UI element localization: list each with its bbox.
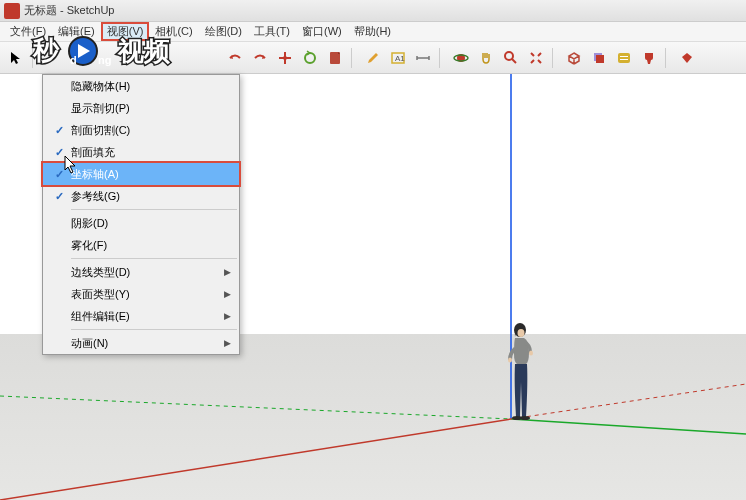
menu-draw[interactable]: 绘图(D) [199, 22, 248, 41]
svg-point-24 [520, 416, 530, 420]
menu-tools[interactable]: 工具(T) [248, 22, 296, 41]
dd-edge-style[interactable]: 边线类型(D)▶ [43, 261, 239, 283]
y-axis-neg [511, 384, 746, 419]
page-icon[interactable] [323, 46, 347, 70]
svg-point-0 [283, 56, 287, 60]
dd-section-cut[interactable]: ✓剖面切割(C) [43, 119, 239, 141]
orbit-icon[interactable] [449, 46, 473, 70]
dd-fog[interactable]: 雾化(F) [43, 234, 239, 256]
move-axis-icon[interactable] [273, 46, 297, 70]
redo-icon[interactable] [248, 46, 272, 70]
select-tool[interactable] [4, 46, 28, 70]
pencil-icon[interactable] [361, 46, 385, 70]
svg-rect-9 [596, 55, 604, 63]
app-icon [4, 3, 20, 19]
x-axis-neg [0, 396, 511, 419]
svg-text:A1: A1 [395, 54, 405, 63]
svg-point-1 [305, 53, 315, 63]
dd-component-edit[interactable]: 组件编辑(E)▶ [43, 305, 239, 327]
dd-animation[interactable]: 动画(N)▶ [43, 332, 239, 354]
undo-icon[interactable] [223, 46, 247, 70]
svg-text:秒: 秒 [32, 35, 60, 65]
y-axis-pos [0, 419, 511, 500]
component-icon[interactable] [612, 46, 636, 70]
svg-point-21 [529, 351, 533, 356]
layers-icon[interactable] [587, 46, 611, 70]
x-axis-pos [511, 419, 746, 434]
view-dropdown-menu: 隐藏物体(H) 显示剖切(P) ✓剖面切割(C) ✓剖面填充 ✓坐标轴(A) ✓… [42, 74, 240, 355]
window-title: 无标题 - SketchUp [24, 3, 114, 18]
dd-show-section[interactable]: 显示剖切(P) [43, 97, 239, 119]
dd-guides[interactable]: ✓参考线(G) [43, 185, 239, 207]
dimension-icon[interactable] [411, 46, 435, 70]
svg-text:视频: 视频 [117, 36, 171, 66]
watermark-logo: 秒 d ng 视频 [28, 33, 203, 72]
svg-rect-12 [620, 59, 628, 60]
zoom-extents-icon[interactable] [524, 46, 548, 70]
svg-rect-10 [618, 53, 630, 63]
dd-shadow[interactable]: 阴影(D) [43, 212, 239, 234]
ruby-icon[interactable] [675, 46, 699, 70]
iso-icon[interactable] [562, 46, 586, 70]
titlebar: 无标题 - SketchUp [0, 0, 746, 22]
zoom-icon[interactable] [499, 46, 523, 70]
dd-face-style[interactable]: 表面类型(Y)▶ [43, 283, 239, 305]
svg-rect-11 [620, 56, 628, 57]
menu-window[interactable]: 窗口(W) [296, 22, 348, 41]
svg-text:d: d [70, 54, 77, 66]
paint-icon[interactable] [637, 46, 661, 70]
dd-hide-objects[interactable]: 隐藏物体(H) [43, 75, 239, 97]
svg-text:ng: ng [98, 54, 111, 66]
svg-point-22 [508, 358, 512, 363]
dd-section-fill[interactable]: ✓剖面填充 [43, 141, 239, 163]
dd-axes[interactable]: ✓坐标轴(A) [43, 163, 239, 185]
text-icon[interactable]: A1 [386, 46, 410, 70]
svg-point-7 [505, 52, 513, 60]
menu-help[interactable]: 帮助(H) [348, 22, 397, 41]
rotate-icon[interactable] [298, 46, 322, 70]
svg-point-20 [518, 329, 525, 337]
pan-icon[interactable] [474, 46, 498, 70]
